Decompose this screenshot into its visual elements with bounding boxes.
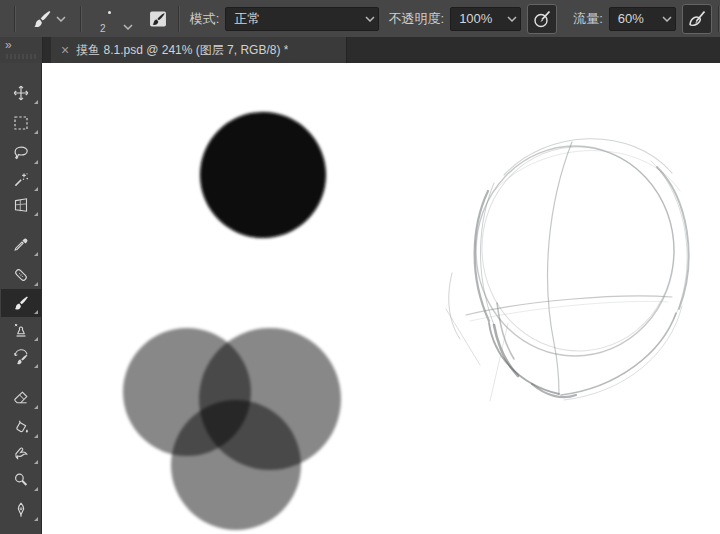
- opacity-label: 不透明度:: [389, 10, 445, 28]
- chevron-down-icon: [362, 8, 378, 30]
- chevron-down-icon: [504, 8, 520, 30]
- lasso-icon: [12, 144, 30, 162]
- document-tab-title: 摸鱼 8.1.psd @ 241% (图层 7, RGB/8) *: [76, 42, 288, 59]
- magic-wand-icon: [12, 171, 30, 189]
- eraser-icon: [12, 389, 30, 407]
- paint-bucket-icon: [12, 418, 30, 436]
- tool-preset-picker[interactable]: [20, 4, 80, 34]
- divider: [178, 6, 180, 32]
- expand-panel-button[interactable]: »: [5, 38, 11, 52]
- canvas-artwork: [42, 63, 720, 534]
- tablet-pressure-opacity-icon: [532, 9, 552, 29]
- mode-label: 模式:: [190, 10, 220, 28]
- tool-smudge[interactable]: [1, 439, 41, 467]
- history-brush-icon: [12, 348, 30, 366]
- tool-rectangular-marquee[interactable]: [1, 109, 41, 137]
- opacity-select[interactable]: 100%: [450, 7, 521, 31]
- tool-perspective-crop[interactable]: [1, 191, 41, 219]
- tool-lasso[interactable]: [1, 139, 41, 167]
- black-brush-dab: [200, 112, 326, 238]
- brush-size-value: 2: [84, 23, 122, 34]
- perspective-crop-icon: [12, 196, 30, 214]
- brush-settings-picker[interactable]: 2: [84, 2, 136, 36]
- pen-icon: [12, 501, 30, 519]
- smudge-icon: [12, 444, 30, 462]
- tool-move[interactable]: [1, 79, 41, 107]
- toggle-brush-panel-button[interactable]: [144, 5, 172, 33]
- clone-stamp-icon: [12, 321, 30, 339]
- tool-dodge[interactable]: [1, 466, 41, 494]
- gray-brush-dabs: [123, 328, 341, 530]
- close-icon[interactable]: ×: [61, 43, 69, 57]
- blend-mode-select[interactable]: 正常: [225, 7, 378, 31]
- tool-eraser[interactable]: [1, 384, 41, 412]
- divider: [80, 6, 82, 32]
- brush-options-bar: 2 模式: 正常 不透明度: 100% 流量: 60%: [0, 0, 720, 38]
- eyedropper-icon: [12, 236, 30, 254]
- document-canvas[interactable]: [42, 63, 720, 534]
- tool-history-brush[interactable]: [1, 343, 41, 371]
- spot-healing-brush-icon: [12, 266, 30, 284]
- airbrush-button[interactable]: [682, 4, 712, 34]
- pressure-opacity-button[interactable]: [527, 4, 557, 34]
- rectangular-marquee-icon: [12, 114, 30, 132]
- move-icon: [12, 84, 30, 102]
- document-tab-bar: » × 摸鱼 8.1.psd @ 241% (图层 7, RGB/8) *: [0, 37, 720, 63]
- flow-select[interactable]: 60%: [609, 7, 676, 31]
- flow-label: 流量:: [573, 10, 603, 28]
- tool-clone-stamp[interactable]: [1, 316, 41, 344]
- brush-icon: [12, 294, 30, 312]
- panel-grip[interactable]: [6, 54, 36, 59]
- tool-magic-wand[interactable]: [1, 166, 41, 194]
- tool-spot-healing-brush[interactable]: [1, 261, 41, 289]
- pencil-head-sketch: [446, 139, 689, 401]
- document-tab[interactable]: × 摸鱼 8.1.psd @ 241% (图层 7, RGB/8) *: [51, 37, 347, 63]
- tools-panel-header: »: [0, 37, 43, 63]
- blend-mode-value: 正常: [226, 10, 361, 28]
- brush-panel-icon: [147, 8, 169, 30]
- tool-pen[interactable]: [1, 496, 41, 524]
- divider: [14, 6, 16, 32]
- brush-tip-preview: [108, 11, 111, 14]
- airbrush-icon: [687, 9, 707, 29]
- flow-value: 60%: [610, 11, 659, 26]
- dodge-icon: [12, 471, 30, 489]
- brush-icon: [31, 8, 53, 30]
- tool-paint-bucket[interactable]: [1, 413, 41, 441]
- tool-brush[interactable]: [1, 289, 41, 317]
- chevron-down-icon: [659, 8, 675, 30]
- tool-eyedropper[interactable]: [1, 231, 41, 259]
- chevron-down-icon: [53, 4, 69, 34]
- opacity-value: 100%: [451, 11, 504, 26]
- tools-panel: [0, 63, 42, 534]
